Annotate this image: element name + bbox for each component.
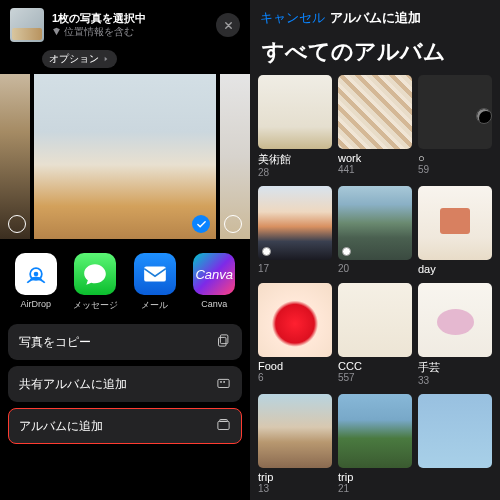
shared-album-icon xyxy=(216,375,231,393)
album-picker-pane: キャンセル アルバムに追加 すべてのアルバム 美術館28work441○5917… xyxy=(250,0,500,500)
action-label: 共有アルバムに追加 xyxy=(19,376,127,393)
picker-header: キャンセル アルバムに追加 xyxy=(250,0,500,33)
album-item[interactable]: trip13 xyxy=(258,394,332,494)
dot-indicator xyxy=(342,247,351,256)
msg-icon xyxy=(74,253,116,295)
album-name: trip xyxy=(258,471,332,483)
canva-icon: Canva xyxy=(193,253,235,295)
album-thumbnail xyxy=(258,394,332,468)
action-list: 写真をコピー共有アルバムに追加アルバムに追加 xyxy=(0,324,250,444)
share-app-msg[interactable]: メッセージ xyxy=(70,253,120,312)
airdrop-icon xyxy=(15,253,57,295)
album-item[interactable] xyxy=(418,394,492,494)
album-item[interactable]: work441 xyxy=(338,75,412,178)
svg-rect-5 xyxy=(218,379,229,387)
copy-icon xyxy=(216,333,231,351)
album-thumbnail xyxy=(418,186,492,260)
album-icon xyxy=(216,417,231,435)
mail-icon xyxy=(134,253,176,295)
photo-strip[interactable] xyxy=(0,74,250,239)
album-thumbnail xyxy=(338,75,412,149)
action-shared-album[interactable]: 共有アルバムに追加 xyxy=(8,366,242,402)
album-count: 557 xyxy=(338,372,412,383)
album-count: 21 xyxy=(338,483,412,494)
app-label: AirDrop xyxy=(20,299,51,309)
album-name: day xyxy=(418,263,492,275)
album-name: CCC xyxy=(338,360,412,372)
share-apps-row: AirDropメッセージメールCanvaCanva xyxy=(0,239,250,324)
album-thumbnail xyxy=(418,75,492,149)
location-icon xyxy=(52,27,61,36)
album-name: work xyxy=(338,152,412,164)
share-title-wrap: 1枚の写真を選択中 位置情報を含む xyxy=(52,12,208,37)
album-grid[interactable]: 美術館28work441○591720dayFood6CCC557手芸33tri… xyxy=(250,75,500,500)
selection-circle[interactable] xyxy=(224,215,242,233)
album-thumbnail xyxy=(418,394,492,468)
album-thumbnail xyxy=(338,186,412,260)
action-label: アルバムに追加 xyxy=(19,418,103,435)
chevron-right-icon xyxy=(102,55,110,63)
photo-item[interactable] xyxy=(220,74,250,239)
share-sheet-pane: 1枚の写真を選択中 位置情報を含む オプション xyxy=(0,0,250,500)
check-icon xyxy=(196,219,207,230)
album-thumbnail xyxy=(418,283,492,357)
album-count: 20 xyxy=(338,263,412,274)
close-icon xyxy=(223,20,234,31)
album-name: 手芸 xyxy=(418,360,492,375)
albums-heading: すべてのアルバム xyxy=(250,33,500,75)
album-item[interactable]: 17 xyxy=(258,186,332,275)
album-item[interactable]: 20 xyxy=(338,186,412,275)
options-button[interactable]: オプション xyxy=(42,50,117,68)
album-item[interactable]: trip21 xyxy=(338,394,412,494)
selection-checkmark[interactable] xyxy=(192,215,210,233)
photo-item-selected[interactable] xyxy=(34,74,216,239)
album-name: 美術館 xyxy=(258,152,332,167)
album-item[interactable]: Food6 xyxy=(258,283,332,386)
album-count: 59 xyxy=(418,164,492,175)
album-item[interactable]: CCC557 xyxy=(338,283,412,386)
album-item[interactable]: 美術館28 xyxy=(258,75,332,178)
album-thumbnail xyxy=(258,283,332,357)
selection-circle[interactable] xyxy=(8,215,26,233)
album-item[interactable]: 手芸33 xyxy=(418,283,492,386)
share-app-canva[interactable]: CanvaCanva xyxy=(189,253,239,312)
svg-point-0 xyxy=(33,272,38,277)
album-name: ○ xyxy=(418,152,492,164)
app-label: メッセージ xyxy=(73,299,118,312)
album-item[interactable]: ○59 xyxy=(418,75,492,178)
svg-point-7 xyxy=(223,381,225,383)
album-count: 441 xyxy=(338,164,412,175)
svg-point-6 xyxy=(220,381,222,383)
dot-indicator xyxy=(262,247,271,256)
photo-item[interactable] xyxy=(0,74,30,239)
album-thumbnail xyxy=(338,283,412,357)
share-location-subtitle: 位置情報を含む xyxy=(52,26,208,38)
album-thumbnail xyxy=(258,186,332,260)
share-app-airdrop[interactable]: AirDrop xyxy=(11,253,61,312)
svg-rect-8 xyxy=(218,421,229,429)
album-count: 13 xyxy=(258,483,332,494)
svg-rect-2 xyxy=(144,266,166,281)
app-label: メール xyxy=(141,299,168,312)
action-copy[interactable]: 写真をコピー xyxy=(8,324,242,360)
album-count: 33 xyxy=(418,375,492,386)
share-header: 1枚の写真を選択中 位置情報を含む xyxy=(0,0,250,48)
album-name: trip xyxy=(338,471,412,483)
close-button[interactable] xyxy=(216,13,240,37)
share-thumbnail xyxy=(10,8,44,42)
share-selection-title: 1枚の写真を選択中 xyxy=(52,12,208,25)
album-count: 17 xyxy=(258,263,332,274)
album-item[interactable]: day xyxy=(418,186,492,275)
album-thumbnail xyxy=(258,75,332,149)
action-label: 写真をコピー xyxy=(19,334,91,351)
svg-rect-9 xyxy=(220,420,228,422)
svg-rect-4 xyxy=(219,337,227,346)
album-count: 28 xyxy=(258,167,332,178)
action-album[interactable]: アルバムに追加 xyxy=(8,408,242,444)
svg-rect-3 xyxy=(220,335,228,344)
app-label: Canva xyxy=(201,299,227,309)
share-app-mail[interactable]: メール xyxy=(130,253,180,312)
album-name: Food xyxy=(258,360,332,372)
picker-title: アルバムに追加 xyxy=(330,9,421,27)
cancel-button[interactable]: キャンセル xyxy=(260,9,325,27)
